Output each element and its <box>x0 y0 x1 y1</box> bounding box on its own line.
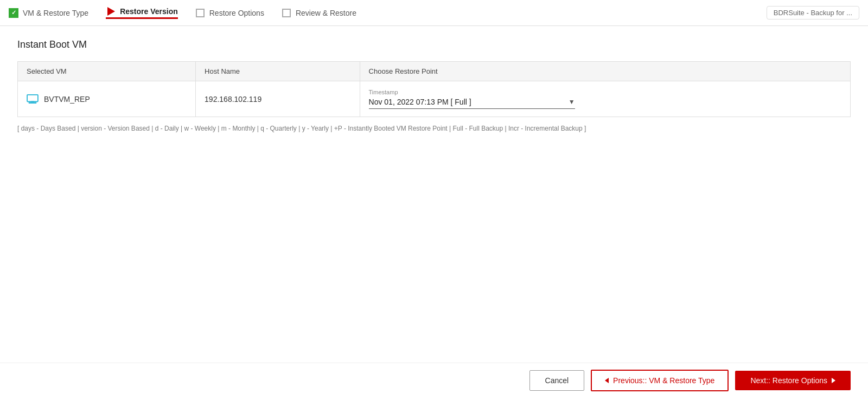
step-restore-version[interactable]: Restore Version <box>106 7 178 19</box>
restore-table: Selected VM Host Name Choose Restore Poi… <box>17 61 851 117</box>
timestamp-label: Timestamp <box>369 89 841 95</box>
arrow-left-icon <box>605 378 609 383</box>
step-pending-icon-1 <box>195 8 205 18</box>
timestamp-dropdown[interactable]: Nov 01, 2022 07:13 PM [ Full ] ▼ <box>369 98 575 109</box>
step-active-icon <box>106 7 116 16</box>
legend-text: [ days - Days Based | version - Version … <box>17 124 851 133</box>
previous-button-label: Previous:: VM & Restore Type <box>613 376 714 385</box>
cell-host-name: 192.168.102.119 <box>196 81 360 117</box>
step-review-restore-label: Review & Restore <box>296 9 356 17</box>
next-button[interactable]: Next:: Restore Options <box>735 371 851 390</box>
footer: Cancel Previous:: VM & Restore Type Next… <box>0 363 868 400</box>
timestamp-value: Nov 01, 2022 07:13 PM [ Full ] <box>369 98 471 106</box>
cancel-button[interactable]: Cancel <box>529 370 585 391</box>
col-host-name: Host Name <box>196 62 360 81</box>
stepper: VM & Restore Type Restore Version Restor… <box>0 0 868 26</box>
table-row: BVTVM_REP 192.168.102.119 Timestamp Nov … <box>18 81 851 117</box>
step-restore-options-label: Restore Options <box>209 9 264 17</box>
main-content: Instant Boot VM Selected VM Host Name Ch… <box>0 26 868 363</box>
step-review-restore[interactable]: Review & Restore <box>282 8 356 18</box>
vm-icon <box>27 94 39 104</box>
svg-rect-1 <box>29 102 36 104</box>
col-choose-restore-point: Choose Restore Point <box>360 62 850 81</box>
svg-rect-2 <box>31 101 34 102</box>
cell-vm-name: BVTVM_REP <box>18 81 196 117</box>
arrow-right-icon <box>832 378 835 383</box>
next-button-label: Next:: Restore Options <box>750 376 827 385</box>
step-restore-options[interactable]: Restore Options <box>195 8 264 18</box>
svg-rect-0 <box>27 94 38 101</box>
step-vm-restore-type[interactable]: VM & Restore Type <box>9 8 88 18</box>
step-vm-restore-type-label: VM & Restore Type <box>23 9 88 17</box>
branding-label: BDRSuite - Backup for ... <box>767 6 859 20</box>
step-restore-version-label: Restore Version <box>120 7 178 16</box>
dropdown-arrow-icon: ▼ <box>569 98 575 106</box>
cell-restore-point: Timestamp Nov 01, 2022 07:13 PM [ Full ]… <box>360 81 850 117</box>
step-completed-icon <box>9 8 18 18</box>
page-title: Instant Boot VM <box>17 39 851 50</box>
step-pending-icon-2 <box>282 8 291 18</box>
col-selected-vm: Selected VM <box>18 62 196 81</box>
vm-name-text: BVTVM_REP <box>44 95 90 104</box>
previous-button[interactable]: Previous:: VM & Restore Type <box>591 370 729 391</box>
